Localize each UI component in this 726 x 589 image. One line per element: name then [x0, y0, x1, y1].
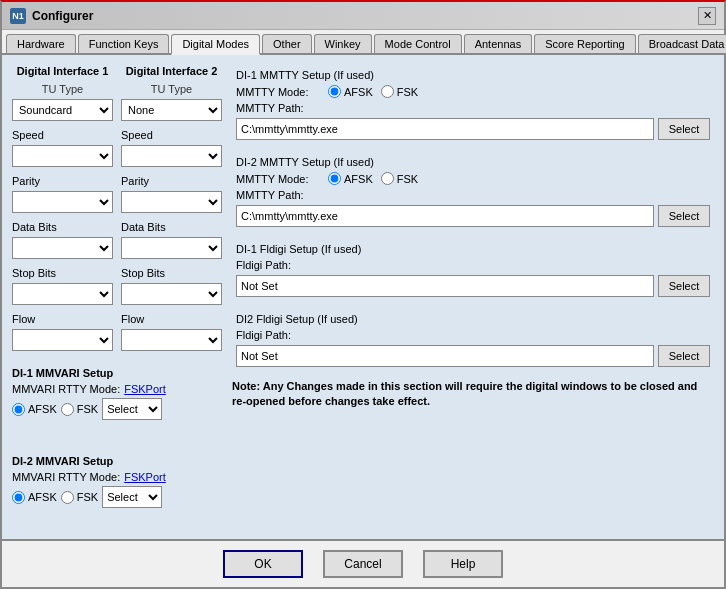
di1-mmtty-block: DI-1 MMTTY Setup (If used) MMTTY Mode: A… — [232, 65, 714, 144]
di2-databits-select[interactable] — [121, 237, 222, 259]
di1-databits-col: Data Bits — [12, 221, 113, 259]
di2-mmtty-fsk-radio[interactable] — [381, 172, 394, 185]
di2-mmtty-path-label: MMTTY Path: — [236, 189, 710, 201]
mmvari1-fsk-label: FSK — [77, 403, 98, 415]
mmvari1-fsk-option[interactable]: FSK — [61, 403, 98, 416]
di1-title: Digital Interface 1 — [12, 65, 113, 77]
close-button[interactable]: ✕ — [698, 7, 716, 25]
title-bar: N1 Configurer ✕ — [2, 2, 724, 30]
mmvari2-afsk-option[interactable]: AFSK — [12, 491, 57, 504]
di1-speed-select[interactable] — [12, 145, 113, 167]
tab-broadcast-data[interactable]: Broadcast Data — [638, 34, 726, 53]
mmvari1-afsk-radio[interactable] — [12, 403, 25, 416]
di2-parity-select[interactable] — [121, 191, 222, 213]
di1-fldigi-block: DI-1 Fldigi Setup (If used) Fldigi Path:… — [232, 239, 714, 301]
mmvari2-fsk-radio[interactable] — [61, 491, 74, 504]
tab-hardware[interactable]: Hardware — [6, 34, 76, 53]
di2-fldigi-path-row: Select — [236, 345, 710, 367]
di1-databits-label: Data Bits — [12, 221, 113, 233]
di1-stopbits-select[interactable] — [12, 283, 113, 305]
mmvari2-afsk-radio[interactable] — [12, 491, 25, 504]
mmvari1-afsk-option[interactable]: AFSK — [12, 403, 57, 416]
mmvari2-mode-label: MMVARI RTTY Mode: — [12, 471, 120, 483]
tab-antennas[interactable]: Antennas — [464, 34, 532, 53]
di2-databits-col: Data Bits — [121, 221, 222, 259]
mmvari1-mode-label: MMVARI RTTY Mode: — [12, 383, 120, 395]
di2-parity-col: Parity — [121, 175, 222, 213]
tab-mode-control[interactable]: Mode Control — [374, 34, 462, 53]
mmvari2-fsk-link[interactable]: FSKPort — [124, 471, 166, 483]
di1-parity-label: Parity — [12, 175, 113, 187]
di1-fldigi-select-button[interactable]: Select — [658, 275, 710, 297]
di1-fldigi-path-row: Select — [236, 275, 710, 297]
mmvari1-row: MMVARI RTTY Mode: FSKPort — [12, 383, 222, 395]
tab-winkey[interactable]: Winkey — [314, 34, 372, 53]
tab-other[interactable]: Other — [262, 34, 312, 53]
di1-mmtty-path-label: MMTTY Path: — [236, 102, 710, 114]
di2-title: Digital Interface 2 — [121, 65, 222, 77]
di1-mmtty-mode-label: MMTTY Mode: — [236, 86, 316, 98]
di2-mmtty-fsk-option[interactable]: FSK — [381, 172, 418, 185]
di2-type-select[interactable]: None — [121, 99, 222, 121]
di1-databits-select[interactable] — [12, 237, 113, 259]
di1-flow-select[interactable] — [12, 329, 113, 351]
di1-mmtty-path-input[interactable] — [236, 118, 654, 140]
mmvari2-fsk-label: FSK — [77, 491, 98, 503]
mmvari1-radio-row: AFSK FSK Select — [12, 398, 222, 420]
di1-fldigi-path-input[interactable] — [236, 275, 654, 297]
di2-databits-label: Data Bits — [121, 221, 222, 233]
di1-speed-label: Speed — [12, 129, 113, 141]
di2-speed-select[interactable] — [121, 145, 222, 167]
mmvari2-select[interactable]: Select — [102, 486, 162, 508]
footer: OK Cancel Help — [2, 539, 724, 587]
di-type-row: Digital Interface 1 TU Type Soundcard Di… — [12, 65, 222, 121]
di1-mmtty-select-button[interactable]: Select — [658, 118, 710, 140]
di2-mmtty-path-input[interactable] — [236, 205, 654, 227]
di2-mmtty-afsk-option[interactable]: AFSK — [328, 172, 373, 185]
di1-flow-col: Flow — [12, 313, 113, 351]
di2-mmtty-afsk-label: AFSK — [344, 173, 373, 185]
mmvari1-fsk-radio[interactable] — [61, 403, 74, 416]
di1-mmtty-path-container: MMTTY Path: Select — [236, 102, 710, 140]
tab-score-reporting[interactable]: Score Reporting — [534, 34, 636, 53]
note-text: Note: Any Changes made in this section w… — [232, 380, 697, 407]
di1-mmtty-radio-group: AFSK FSK — [328, 85, 418, 98]
di1-mmtty-afsk-label: AFSK — [344, 86, 373, 98]
di2-fldigi-select-button[interactable]: Select — [658, 345, 710, 367]
di2-flow-select[interactable] — [121, 329, 222, 351]
di1-mmtty-fsk-label: FSK — [397, 86, 418, 98]
di2-mmtty-afsk-radio[interactable] — [328, 172, 341, 185]
di2-fldigi-path-input[interactable] — [236, 345, 654, 367]
di1-flow-label: Flow — [12, 313, 113, 325]
di2-mmtty-block: DI-2 MMTTY Setup (If used) MMTTY Mode: A… — [232, 152, 714, 231]
di2-stopbits-label: Stop Bits — [121, 267, 222, 279]
di1-parity-select[interactable] — [12, 191, 113, 213]
di2-mmtty-select-button[interactable]: Select — [658, 205, 710, 227]
tab-function-keys[interactable]: Function Keys — [78, 34, 170, 53]
tab-digital-modes[interactable]: Digital Modes — [171, 34, 260, 55]
left-panel: Digital Interface 1 TU Type Soundcard Di… — [12, 65, 222, 529]
mmvari2-fsk-option[interactable]: FSK — [61, 491, 98, 504]
content-area: Digital Interface 1 TU Type Soundcard Di… — [2, 55, 724, 539]
stopbits-row: Stop Bits Stop Bits — [12, 267, 222, 305]
di1-type-select[interactable]: Soundcard — [12, 99, 113, 121]
mmvari1-select[interactable]: Select — [102, 398, 162, 420]
di2-sub: TU Type — [121, 83, 222, 95]
di1-mmtty-fsk-option[interactable]: FSK — [381, 85, 418, 98]
di1-mmtty-fsk-radio[interactable] — [381, 85, 394, 98]
mmvari1-fsk-link[interactable]: FSKPort — [124, 383, 166, 395]
di1-mmtty-afsk-radio[interactable] — [328, 85, 341, 98]
databits-row: Data Bits Data Bits — [12, 221, 222, 259]
di1-mmtty-path-row: Select — [236, 118, 710, 140]
ok-button[interactable]: OK — [223, 550, 303, 578]
di2-stopbits-select[interactable] — [121, 283, 222, 305]
help-button[interactable]: Help — [423, 550, 503, 578]
di2-mmtty-path-row: Select — [236, 205, 710, 227]
di2-mmtty-path-container: MMTTY Path: Select — [236, 189, 710, 227]
di2-flow-col: Flow — [121, 313, 222, 351]
mmvari2-block: DI-2 MMVARI Setup MMVARI RTTY Mode: FSKP… — [12, 455, 222, 529]
cancel-button[interactable]: Cancel — [323, 550, 403, 578]
tab-bar: Hardware Function Keys Digital Modes Oth… — [2, 30, 724, 55]
di1-fldigi-path-label: Fldigi Path: — [236, 259, 710, 271]
di1-mmtty-afsk-option[interactable]: AFSK — [328, 85, 373, 98]
